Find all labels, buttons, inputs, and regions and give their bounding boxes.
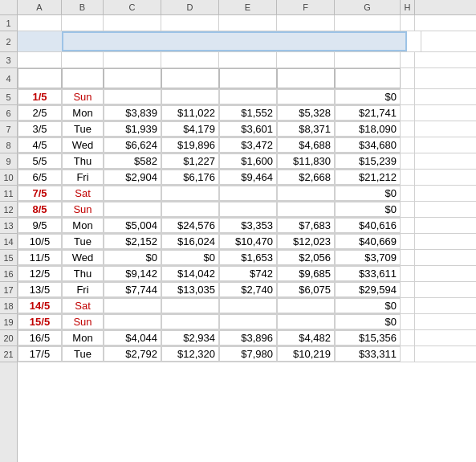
cell-10-day: Fri bbox=[62, 170, 104, 185]
row-num-20: 20 bbox=[0, 330, 17, 346]
row-15: 11/5Wed$0$0$1,653$2,056$3,709 bbox=[18, 250, 476, 266]
col-header-b: A bbox=[18, 0, 62, 14]
cell-8-heater: $3,472 bbox=[219, 137, 277, 153]
row-17: 13/5Fri$7,744$13,035$2,740$6,075$29,594 bbox=[18, 282, 476, 298]
cell-8-day: Wed bbox=[62, 137, 104, 153]
row-18: 14/5Sat$0 bbox=[18, 298, 476, 314]
grid-area: 1/5Sun$02/5Mon$3,839$11,022$1,552$5,328$… bbox=[18, 15, 476, 462]
cell-5-total: $0 bbox=[335, 89, 401, 104]
row-9: 5/5Thu$582$1,227$1,600$11,830$15,239 bbox=[18, 153, 476, 170]
col-header-h: G bbox=[335, 0, 401, 14]
cell-9-day: Thu bbox=[62, 153, 104, 169]
cell-17-ac: $13,035 bbox=[161, 282, 219, 297]
row-num-4: 4 bbox=[0, 68, 17, 89]
cell-11-total: $0 bbox=[335, 186, 401, 201]
row-7: 3/5Tue$1,939$4,179$3,601$8,371$18,090 bbox=[18, 121, 476, 137]
cell-13-total: $40,616 bbox=[335, 218, 401, 233]
cell-10-i bbox=[401, 170, 415, 185]
cell-6-tv: $3,839 bbox=[104, 105, 161, 121]
cell-5-tv bbox=[104, 89, 161, 104]
row-num-2: 2 bbox=[0, 31, 17, 52]
cell-15-tv: $0 bbox=[104, 250, 161, 265]
cell-12-ac bbox=[161, 202, 219, 217]
cell-9-ac: $1,227 bbox=[161, 153, 219, 169]
cell-18-tv bbox=[104, 298, 161, 313]
cell-12-total: $0 bbox=[335, 202, 401, 217]
cell-15-total: $3,709 bbox=[335, 250, 401, 265]
cell-12-tv bbox=[104, 202, 161, 217]
cell-18-total: $0 bbox=[335, 298, 401, 313]
cell-16-date: 12/5 bbox=[18, 266, 62, 281]
cell-17-pump: $6,075 bbox=[277, 282, 335, 297]
cell-10-heater: $9,464 bbox=[219, 170, 277, 185]
cell-5-pump bbox=[277, 89, 335, 104]
row-num-21: 21 bbox=[0, 346, 17, 362]
row-2 bbox=[18, 31, 476, 52]
cell-19-date: 15/5 bbox=[18, 314, 62, 329]
row-8: 4/5Wed$6,624$19,896$3,472$4,688$34,680 bbox=[18, 137, 476, 153]
cell-12-heater bbox=[219, 202, 277, 217]
cell-13-date: 9/5 bbox=[18, 218, 62, 233]
cell-9-heater: $1,600 bbox=[219, 153, 277, 169]
cell-18-ac bbox=[161, 298, 219, 313]
row-5: 1/5Sun$0 bbox=[18, 89, 476, 105]
row-num-15: 15 bbox=[0, 250, 17, 266]
row-numbers: 1 2 3 4 5 6 7 8 9 10 11 12 13 14 15 16 1… bbox=[0, 15, 18, 462]
cell-16-pump: $9,685 bbox=[277, 266, 335, 281]
corner-cell bbox=[0, 0, 18, 14]
cell-11-pump bbox=[277, 186, 335, 201]
row-num-19: 19 bbox=[0, 314, 17, 330]
cell-20-date: 16/5 bbox=[18, 330, 62, 345]
row-num-16: 16 bbox=[0, 266, 17, 282]
cell-6-date: 2/5 bbox=[18, 105, 62, 121]
cell-21-i bbox=[401, 346, 415, 362]
cell-16-heater: $742 bbox=[219, 266, 277, 281]
cell-18-i bbox=[401, 298, 415, 313]
title-cell bbox=[62, 31, 407, 51]
spreadsheet: A B C D E F G H 1 2 3 4 5 6 7 8 9 10 11 … bbox=[0, 0, 476, 462]
cell-7-ac: $4,179 bbox=[161, 121, 219, 137]
cell-11-ac bbox=[161, 186, 219, 201]
cell-19-heater bbox=[219, 314, 277, 329]
cell-10-ac: $6,176 bbox=[161, 170, 219, 185]
cell-21-heater: $7,980 bbox=[219, 346, 277, 362]
row-13: 9/5Mon$5,004$24,576$3,353$7,683$40,616 bbox=[18, 218, 476, 234]
cell-2-i bbox=[407, 31, 421, 51]
cell-5-i bbox=[401, 89, 415, 104]
col-header-f: E bbox=[219, 0, 277, 14]
row-1 bbox=[18, 15, 476, 31]
row-4-header bbox=[18, 68, 476, 89]
cell-17-heater: $2,740 bbox=[219, 282, 277, 297]
row-19: 15/5Sun$0 bbox=[18, 314, 476, 330]
cell-5-ac bbox=[161, 89, 219, 104]
cell-21-day: Tue bbox=[62, 346, 104, 362]
row-10: 6/5Fri$2,904$6,176$9,464$2,668$21,212 bbox=[18, 170, 476, 186]
cell-13-ac: $24,576 bbox=[161, 218, 219, 233]
cell-17-day: Fri bbox=[62, 282, 104, 297]
cell-14-total: $40,669 bbox=[335, 234, 401, 249]
col-header-g: F bbox=[277, 0, 335, 14]
cell-5-heater bbox=[219, 89, 277, 104]
cell-16-i bbox=[401, 266, 415, 281]
cell-21-date: 17/5 bbox=[18, 346, 62, 362]
cell-9-tv: $582 bbox=[104, 153, 161, 169]
cell-5-date: 1/5 bbox=[18, 89, 62, 104]
cell-20-heater: $3,896 bbox=[219, 330, 277, 345]
cell-1-h bbox=[335, 15, 401, 31]
row-num-14: 14 bbox=[0, 234, 17, 250]
cell-19-total: $0 bbox=[335, 314, 401, 329]
cell-7-tv: $1,939 bbox=[104, 121, 161, 137]
header-pump bbox=[277, 68, 335, 88]
cell-10-total: $21,212 bbox=[335, 170, 401, 185]
cell-20-ac: $2,934 bbox=[161, 330, 219, 345]
cell-8-date: 4/5 bbox=[18, 137, 62, 153]
cell-6-pump: $5,328 bbox=[277, 105, 335, 121]
cell-17-date: 13/5 bbox=[18, 282, 62, 297]
row-num-13: 13 bbox=[0, 218, 17, 234]
cell-18-day: Sat bbox=[62, 298, 104, 313]
cell-8-i bbox=[401, 137, 415, 153]
cell-7-date: 3/5 bbox=[18, 121, 62, 137]
cell-14-i bbox=[401, 234, 415, 249]
row-num-12: 12 bbox=[0, 202, 17, 218]
cell-1-e bbox=[161, 15, 219, 31]
